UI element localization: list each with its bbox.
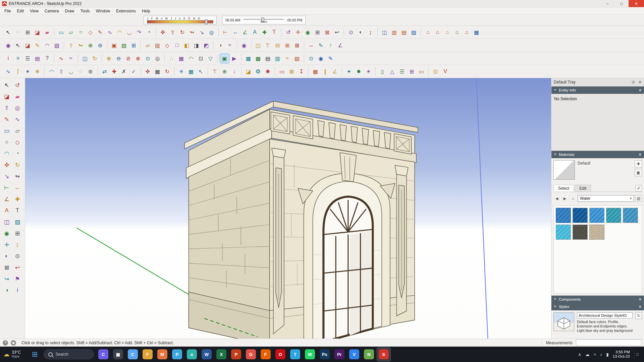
window-tool-icon[interactable]: ⊞: [407, 67, 416, 76]
joint-push-pull-icon[interactable]: ⇧: [57, 67, 66, 76]
pin-icon[interactable]: ⊙: [632, 80, 635, 84]
taskbar-vscode[interactable]: V: [347, 348, 361, 361]
maximize-button[interactable]: □: [614, 0, 629, 7]
tape-measure-icon[interactable]: ⊢: [2, 183, 12, 193]
paint-bucket-icon[interactable]: ◪: [2, 92, 12, 102]
shadows-icon[interactable]: ◑: [216, 41, 225, 50]
shadows-toggle-icon[interactable]: ◑: [2, 285, 12, 295]
axes-icon[interactable]: ✚: [260, 28, 269, 37]
pie-icon[interactable]: ◔: [12, 148, 22, 159]
align-icon[interactable]: ⊤: [210, 67, 219, 76]
entity-info-close-icon[interactable]: ✕: [639, 88, 642, 93]
color-wheel-icon[interactable]: ❂: [254, 67, 263, 76]
collection-dropdown[interactable]: Water ▾: [578, 195, 634, 202]
water-blue-swatch[interactable]: [556, 208, 571, 223]
scale-icon[interactable]: ↘: [197, 28, 206, 37]
text-icon[interactable]: A: [2, 205, 12, 216]
section-display-toggle-icon[interactable]: ▣: [220, 54, 229, 63]
top-view-icon[interactable]: ⊤: [263, 41, 272, 50]
outer-shell-2-icon[interactable]: ◎: [153, 54, 162, 63]
selection-toys-icon[interactable]: ↖: [196, 67, 205, 76]
rotate-section-icon[interactable]: ↻: [90, 54, 99, 63]
tape-measure-icon[interactable]: ⊢: [221, 28, 230, 37]
search-warehouse-icon[interactable]: ◉: [239, 41, 249, 50]
zoom-window-icon[interactable]: ⊞: [313, 28, 322, 37]
hidden-icons-icon[interactable]: ∧: [578, 352, 581, 357]
close-button[interactable]: ✕: [629, 0, 644, 7]
scale-icon[interactable]: ↘: [2, 171, 12, 181]
menu-view[interactable]: View: [27, 7, 42, 14]
shaded-icon[interactable]: ◧: [182, 41, 191, 50]
position-camera-icon[interactable]: ⊙: [12, 251, 22, 261]
x-ray-icon[interactable]: ▱: [143, 41, 152, 50]
taskbar-firefox[interactable]: F: [259, 348, 272, 361]
arc-icon[interactable]: ◠: [115, 28, 124, 37]
dimensions-icon[interactable]: ↔: [231, 28, 240, 37]
taskbar-chrome[interactable]: G: [244, 348, 258, 361]
line-icon[interactable]: ✎: [2, 114, 12, 124]
taskbar-copilot[interactable]: C: [97, 348, 110, 361]
orbit-icon[interactable]: ↺: [284, 28, 293, 37]
taskbar-opera[interactable]: O: [274, 348, 287, 361]
select-icon[interactable]: ↖: [2, 80, 12, 90]
back-edges-icon[interactable]: ▥: [153, 41, 162, 50]
push-pull-copy-icon[interactable]: ⇧: [66, 41, 75, 50]
taskbar-file-explorer[interactable]: F: [141, 348, 154, 361]
stairs-tool-icon[interactable]: ☰: [397, 67, 407, 76]
texture-water-icon[interactable]: ≈: [283, 54, 292, 63]
paint-large-icon[interactable]: ◪: [23, 41, 32, 50]
entity-info-header[interactable]: ▼ Entity Info ✕: [551, 86, 644, 94]
notification-icon[interactable]: □: [634, 349, 639, 359]
offset-icon[interactable]: ◎: [207, 28, 216, 37]
collapse-icon[interactable]: ▼: [554, 153, 556, 156]
water-sky-swatch[interactable]: [589, 208, 604, 223]
gradient-swatch-icon[interactable]: ▧: [52, 41, 61, 50]
line-icon[interactable]: ✎: [96, 28, 105, 37]
shadow-time-widget[interactable]: 06:55 AM Noon 05:00 PM: [222, 16, 306, 24]
rotate-copy-icon[interactable]: ↻: [163, 67, 172, 76]
3d-text-icon[interactable]: T: [12, 205, 22, 216]
style-refresh-button[interactable]: ↻: [635, 312, 642, 319]
zoom-window-icon[interactable]: ⊞: [12, 228, 22, 238]
tab-edit[interactable]: Edit: [575, 185, 591, 192]
preview-camera-icon[interactable]: ◉: [316, 54, 325, 63]
render-scene-icon[interactable]: ✦: [344, 67, 354, 76]
move-copy-icon[interactable]: ✜: [143, 67, 152, 76]
menu-edit[interactable]: Edit: [14, 7, 27, 14]
shell-icon[interactable]: ⊚: [86, 67, 95, 76]
rectangle-icon[interactable]: ▭: [2, 126, 12, 136]
material-preview-thumbnail[interactable]: [553, 160, 575, 180]
monochrome-icon[interactable]: ◩: [202, 41, 211, 50]
volume-icon[interactable]: ♪: [600, 352, 602, 357]
round-corner-icon[interactable]: ◠: [47, 67, 56, 76]
dimensions-icon[interactable]: ↔: [12, 183, 22, 193]
walk-icon[interactable]: ↨: [12, 240, 22, 250]
section-plane-icon[interactable]: ◫: [2, 217, 12, 227]
advanced-camera-icon[interactable]: ⊙: [307, 54, 316, 63]
move-icon[interactable]: ✜: [158, 28, 167, 37]
grid-tool-icon[interactable]: ▦: [311, 67, 320, 76]
menu-help[interactable]: Help: [139, 7, 153, 14]
menu-file[interactable]: File: [1, 7, 14, 14]
taskbar-whatsapp[interactable]: W: [303, 348, 317, 361]
export-2d-icon[interactable]: ▭: [277, 67, 286, 76]
section-cuts-icon[interactable]: ▤: [399, 28, 409, 37]
outer-shell-icon[interactable]: ⊚: [96, 41, 105, 50]
components-panel-icon[interactable]: ▦: [472, 28, 481, 37]
rotated-rectangle-icon[interactable]: ▱: [12, 126, 22, 136]
helix-icon[interactable]: ✵: [33, 67, 42, 76]
arc-icon[interactable]: ◠: [2, 148, 12, 159]
scenes-icon[interactable]: ▤: [33, 54, 42, 63]
quad-face-tools-icon[interactable]: ▦: [186, 67, 196, 76]
polygon-icon[interactable]: ◇: [86, 28, 95, 37]
paint-bucket-icon[interactable]: ◪: [33, 28, 42, 37]
help-icon[interactable]: ?: [3, 340, 8, 346]
instructor-icon[interactable]: ?: [43, 54, 52, 63]
pie-icon[interactable]: ◔: [144, 28, 153, 37]
model-info-icon[interactable]: i: [12, 285, 22, 295]
taskbar-photoshop[interactable]: Ps: [318, 348, 331, 361]
taskbar-sketchup[interactable]: S: [377, 348, 390, 361]
mirror-icon[interactable]: ⇄: [100, 67, 109, 76]
taskbar-word[interactable]: W: [200, 348, 213, 361]
solid-subtract-icon[interactable]: ⊖: [114, 54, 123, 63]
